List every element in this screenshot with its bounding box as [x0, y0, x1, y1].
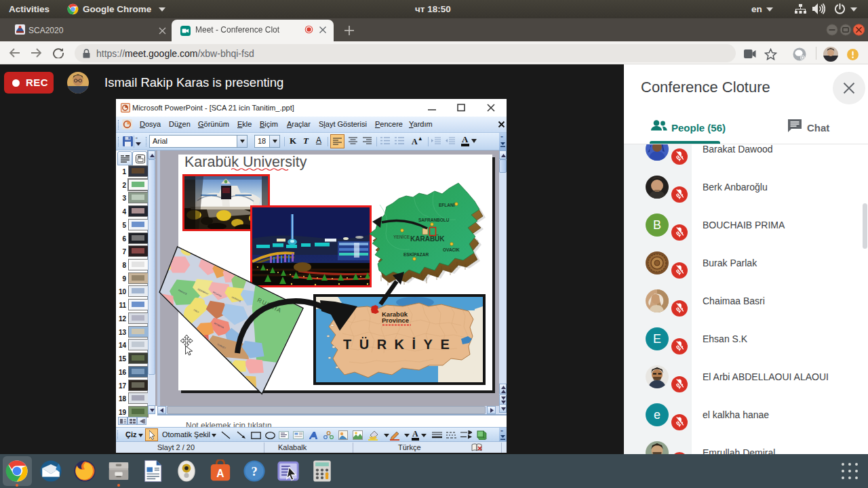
svg-text:A: A [216, 468, 224, 479]
svg-text:Karabük University: Karabük University [184, 154, 307, 170]
svg-text:YENİCE: YENİCE [393, 235, 410, 239]
svg-text:OVACIK: OVACIK [443, 247, 460, 252]
svg-text:EFLANİ: EFLANİ [439, 203, 455, 207]
svg-text:Province: Province [382, 317, 409, 324]
svg-text:KARABÜK: KARABÜK [410, 235, 445, 243]
svg-text:TÜRKİYE: TÜRKİYE [343, 337, 457, 352]
svg-text:ESKİPAZAR: ESKİPAZAR [403, 252, 429, 257]
svg-text:SAFRANBOLU: SAFRANBOLU [418, 218, 450, 222]
svg-text:?: ? [251, 465, 257, 479]
